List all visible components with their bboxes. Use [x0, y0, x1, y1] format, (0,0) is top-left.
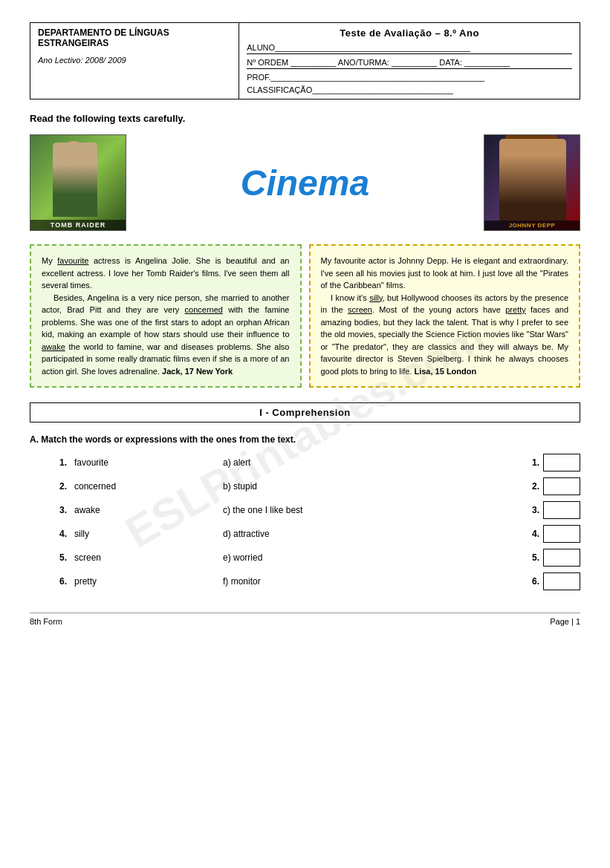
- word-5: screen: [71, 552, 204, 563]
- classificacao-label: CLASSIFICAÇÃO: [247, 85, 312, 94]
- img2-label: JOHNNY DEPP: [484, 221, 580, 230]
- text1-content: My favourite actress is Angelina Jolie. …: [42, 255, 290, 377]
- img1-person: [53, 143, 97, 217]
- answer-label-1: 1.: [532, 457, 539, 468]
- def-letter-e: e) worried: [223, 552, 262, 563]
- answer-label-2: 2.: [532, 481, 539, 492]
- answer-label-5: 5.: [532, 552, 539, 563]
- match-row-6: 6. pretty f) monitor 6.: [59, 572, 580, 590]
- word-num-6: 6.: [59, 576, 67, 587]
- answer-box-2[interactable]: [543, 477, 580, 495]
- img2-person: [499, 139, 566, 221]
- answer-box-1[interactable]: [543, 454, 580, 471]
- answer-box-4[interactable]: [543, 525, 580, 543]
- text2-content: My favourite actor is Johnny Depp. He is…: [321, 255, 569, 377]
- def-letter-d: d) attractive: [223, 529, 270, 539]
- movie-image-2: JOHNNY DEPP: [484, 134, 580, 231]
- def-letter-a: a) alert: [223, 457, 250, 468]
- word-4: silly: [71, 529, 204, 539]
- word-num-3: 3.: [59, 505, 67, 515]
- word-3: awake: [71, 505, 204, 515]
- def-letter-f: f) monitor: [223, 576, 261, 587]
- movie-image-1: TOMB RAIDER: [30, 134, 126, 231]
- read-instruction: Read the following texts carefully.: [30, 113, 580, 124]
- def-letter-c: c) the one I like best: [223, 505, 302, 515]
- classificacao-field: CLASSIFICAÇÃO___________________________…: [247, 85, 572, 94]
- match-row-1: 1. favourite a) alert 1.: [59, 454, 580, 471]
- text-boxes: My favourite actress is Angelina Jolie. …: [30, 244, 580, 388]
- match-row-5: 5. screen e) worried 5.: [59, 549, 580, 567]
- word-num-4: 4.: [59, 529, 67, 539]
- answer-box-3[interactable]: [543, 501, 580, 519]
- answer-label-3: 3.: [532, 505, 539, 515]
- word-num-5: 5.: [59, 552, 67, 563]
- comprehension-header: I - Comprehension: [30, 402, 580, 422]
- anoturma-label: ANO/TURMA:: [338, 58, 389, 67]
- fields-row: Nº ORDEM __________ ANO/TURMA: _________…: [247, 58, 572, 69]
- ordem-label: Nº ORDEM: [247, 58, 288, 67]
- text-box-1: My favourite actress is Angelina Jolie. …: [30, 244, 302, 388]
- def-letter-b: b) stupid: [223, 481, 257, 492]
- word-num-1: 1.: [59, 457, 67, 468]
- answer-label-4: 4.: [532, 529, 539, 539]
- word-6: pretty: [71, 576, 204, 587]
- cinema-title: Cinema: [126, 163, 484, 203]
- aluno-label: ALUNO: [247, 43, 275, 52]
- match-exercise: 1. favourite a) alert 1. 2. concerned b)…: [30, 454, 580, 590]
- prof-label: PROF.: [247, 73, 270, 82]
- text1-author: Jack, 17 New York: [162, 367, 233, 376]
- aluno-field: ALUNO___________________________________…: [247, 43, 572, 54]
- answer-label-6: 6.: [532, 576, 539, 587]
- match-row-4: 4. silly d) attractive 4.: [59, 525, 580, 543]
- header-table: DEPARTAMENTO DE LÍNGUAS ESTRANGEIRAS Ano…: [30, 22, 580, 99]
- match-row-2: 2. concerned b) stupid 2.: [59, 477, 580, 495]
- match-row-3: 3. awake c) the one I like best 3.: [59, 501, 580, 519]
- data-label: DATA:: [439, 58, 462, 67]
- text-box-2: My favourite actor is Johnny Depp. He is…: [309, 244, 581, 388]
- prof-field: PROF.___________________________________…: [247, 73, 572, 82]
- word-num-2: 2.: [59, 481, 67, 492]
- dept-name: DEPARTAMENTO DE LÍNGUAS ESTRANGEIRAS: [38, 27, 231, 48]
- word-2: concerned: [71, 481, 204, 492]
- test-title: Teste de Avaliação – 8.º Ano: [247, 27, 572, 39]
- page-footer: 8th Form Page | 1: [30, 613, 580, 626]
- answer-box-6[interactable]: [543, 572, 580, 590]
- section-a-label: A. Match the words or expressions with t…: [30, 434, 580, 445]
- footer-right: Page | 1: [550, 617, 580, 626]
- answer-box-5[interactable]: [543, 549, 580, 567]
- img1-label: TOMB RAIDER: [30, 220, 126, 230]
- footer-left: 8th Form: [30, 617, 62, 626]
- word-1: favourite: [71, 457, 204, 468]
- cinema-section: TOMB RAIDER Cinema JOHNNY DEPP: [30, 134, 580, 231]
- ano-lectivo: Ano Lectivo: 2008/ 2009: [38, 56, 231, 65]
- text2-author: Lisa, 15 London: [414, 367, 476, 376]
